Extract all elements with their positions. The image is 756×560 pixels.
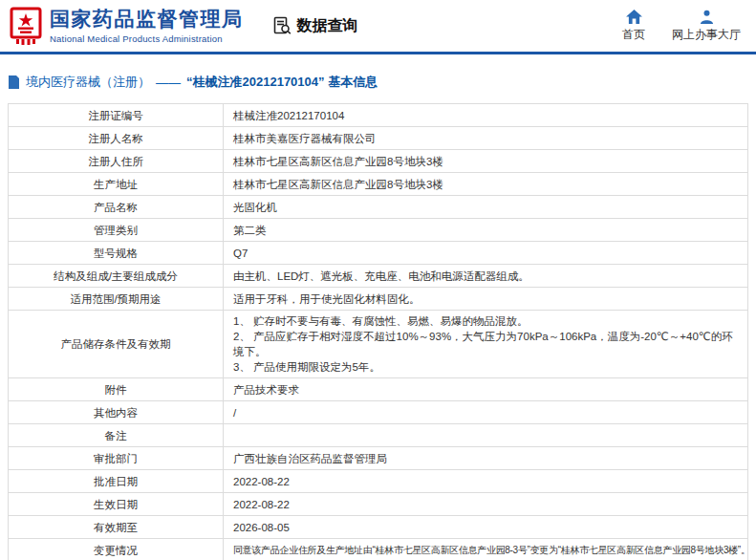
data-query-icon [272, 16, 292, 35]
row-value-text: 2026-08-05 [233, 520, 290, 535]
row-label: 产品储存条件及有效期 [9, 311, 224, 377]
agency-name-en: National Medical Products Administration [50, 33, 244, 44]
agency-title: 国家药品监督管理局 National Medical Products Admi… [50, 8, 244, 43]
row-label-text: 注册证编号 [88, 108, 143, 123]
registration-info-table: 注册证编号 桂械注准20212170104 注册人名称 桂林市美嘉医疗器械有限公… [8, 103, 748, 560]
row-value-text: 2022-08-22 [233, 474, 290, 489]
row-value: 由主机、LED灯、遮光板、充电座、电池和电源适配器组成。 [224, 265, 747, 287]
row-value-text: 桂林市七星区高新区信息产业园8号地块3楼 [233, 154, 443, 169]
row-label-text: 适用范围/预期用途 [70, 291, 161, 307]
row-label: 批准日期 [9, 470, 224, 492]
row-label: 适用范围/预期用途 [9, 288, 224, 310]
row-value: Q7 [224, 242, 747, 264]
row-label-text: 型号规格 [94, 246, 138, 261]
table-row: 产品储存条件及有效期 1、 贮存时不要与有毒、有腐蚀性、易燃、易爆的物品混放。 … [9, 311, 747, 378]
row-label: 结构及组成/主要组成成分 [9, 265, 224, 287]
row-value: 第二类 [224, 219, 747, 241]
row-value [224, 424, 747, 446]
data-query-label: 数据查询 [297, 16, 358, 36]
row-label: 其他内容 [9, 401, 224, 423]
person-icon [700, 10, 714, 24]
row-value: 光固化机 [224, 196, 747, 218]
row-value-text: 同意该产品企业住所及生产地址由“桂林市七星区高新区信息产业园8-3号”变更为“桂… [233, 543, 750, 558]
row-label-text: 备注 [105, 428, 127, 443]
nav-home-label: 首页 [622, 27, 645, 43]
data-query-section[interactable]: 数据查询 [272, 16, 358, 36]
table-row: 变更情况 同意该产品企业住所及生产地址由“桂林市七星区高新区信息产业园8-3号”… [9, 539, 747, 560]
row-label: 注册证编号 [9, 104, 224, 126]
top-nav: 首页 网上办事大厅 [622, 10, 741, 43]
table-row: 批准日期 2022-08-22 [9, 470, 747, 493]
nav-service-hall-label: 网上办事大厅 [672, 27, 741, 43]
row-value: 2026-08-05 [224, 516, 747, 538]
row-label-text: 生效日期 [94, 497, 138, 512]
row-value-text: 适用于牙科，用于使光固化材料固化。 [233, 291, 421, 307]
row-label-text: 产品储存条件及有效期 [61, 336, 171, 352]
row-label-text: 管理类别 [94, 223, 138, 238]
table-row: 备注 [9, 424, 747, 447]
row-value-text: 桂林市七星区高新区信息产业园8号地块3楼 [233, 177, 443, 192]
row-label: 附件 [9, 378, 224, 400]
header-logo[interactable]: 国家药品监督管理局 National Medical Products Admi… [10, 7, 244, 45]
row-label: 备注 [9, 424, 224, 446]
table-row: 适用范围/预期用途 适用于牙科，用于使光固化材料固化。 [9, 288, 747, 311]
row-label-text: 审批部门 [94, 451, 138, 466]
row-value-text: 2022-08-22 [233, 497, 290, 512]
row-value: 产品技术要求 [224, 378, 747, 400]
document-icon [8, 75, 20, 89]
table-row: 有效期至 2026-08-05 [9, 516, 747, 539]
table-row: 产品名称 光固化机 [9, 196, 747, 219]
row-label: 有效期至 [9, 516, 224, 538]
nav-service-hall[interactable]: 网上办事大厅 [672, 10, 741, 43]
site-header: 国家药品监督管理局 National Medical Products Admi… [0, 0, 756, 54]
row-value-text: 桂林市美嘉医疗器械有限公司 [233, 131, 377, 146]
row-label-text: 注册人名称 [88, 131, 143, 146]
nav-home[interactable]: 首页 [622, 10, 645, 43]
row-value-text: / [233, 405, 236, 420]
table-row: 结构及组成/主要组成成分 由主机、LED灯、遮光板、充电座、电池和电源适配器组成… [9, 265, 747, 288]
breadcrumb: 境内医疗器械（注册） —— “桂械注准20212170104” 基本信息 [8, 74, 746, 91]
row-value: 1、 贮存时不要与有毒、有腐蚀性、易燃、易爆的物品混放。 2、 产品应贮存于相对… [224, 311, 747, 377]
row-value-text: 产品技术要求 [233, 382, 299, 398]
table-row: 注册证编号 桂械注准20212170104 [9, 104, 747, 127]
row-label-text: 产品名称 [94, 200, 138, 215]
row-label: 注册人住所 [9, 150, 224, 172]
row-label-text: 其他内容 [94, 405, 138, 420]
row-label-text: 附件 [105, 382, 127, 398]
page-title: “桂械注准20212170104” 基本信息 [186, 74, 378, 91]
row-label-text: 有效期至 [94, 520, 138, 535]
table-row: 附件 产品技术要求 [9, 378, 747, 401]
row-label: 产品名称 [9, 196, 224, 218]
row-value: 桂林市七星区高新区信息产业园8号地块3楼 [224, 173, 747, 195]
table-row: 管理类别 第二类 [9, 219, 747, 242]
row-value-text: 桂械注准20212170104 [233, 108, 344, 123]
table-row: 生效日期 2022-08-22 [9, 493, 747, 516]
row-label: 生产地址 [9, 173, 224, 195]
row-label: 型号规格 [9, 242, 224, 264]
row-value: / [224, 401, 747, 423]
row-value: 广西壮族自治区药品监督管理局 [224, 447, 747, 469]
row-value: 2022-08-22 [224, 470, 747, 492]
row-label-text: 结构及组成/主要组成成分 [54, 269, 178, 284]
table-row: 其他内容 / [9, 401, 747, 424]
row-value: 桂械注准20212170104 [224, 104, 747, 126]
row-value-text: 广西壮族自治区药品监督管理局 [233, 451, 387, 466]
home-icon [626, 10, 642, 24]
row-value-text: 光固化机 [233, 200, 277, 215]
row-label: 生效日期 [9, 493, 224, 515]
breadcrumb-category[interactable]: 境内医疗器械（注册） [26, 74, 150, 91]
row-label-text: 注册人住所 [88, 154, 143, 169]
row-label: 审批部门 [9, 447, 224, 469]
row-label-text: 批准日期 [94, 474, 138, 489]
table-row: 审批部门 广西壮族自治区药品监督管理局 [9, 447, 747, 470]
table-row: 注册人住所 桂林市七星区高新区信息产业园8号地块3楼 [9, 150, 747, 173]
table-row: 型号规格 Q7 [9, 242, 747, 265]
row-value: 适用于牙科，用于使光固化材料固化。 [224, 288, 747, 310]
row-value-text: Q7 [233, 246, 248, 261]
row-label-text: 生产地址 [94, 177, 138, 192]
breadcrumb-separator: —— [156, 75, 181, 90]
row-label: 管理类别 [9, 219, 224, 241]
row-label: 变更情况 [9, 539, 224, 560]
table-row: 注册人名称 桂林市美嘉医疗器械有限公司 [9, 127, 747, 150]
row-value: 桂林市美嘉医疗器械有限公司 [224, 127, 747, 149]
